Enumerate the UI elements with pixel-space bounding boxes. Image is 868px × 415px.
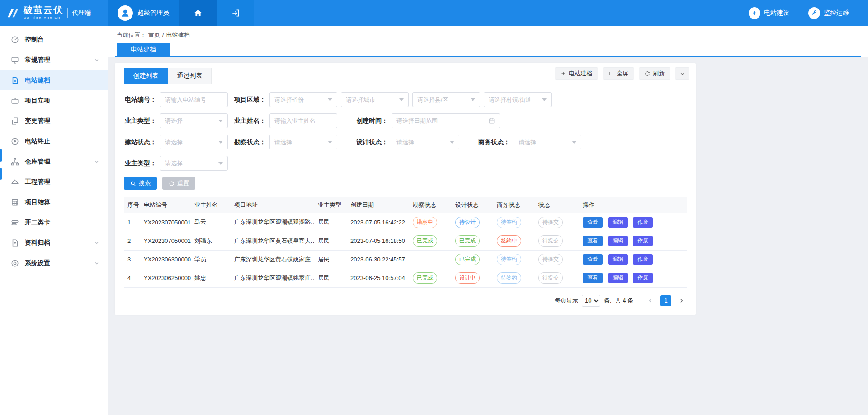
col-actions: 操作 [579,197,687,213]
survey-status-badge: 勘察中 [413,217,437,228]
col-status: 状态 [535,197,579,213]
sidebar-item-console[interactable]: 控制台 [0,29,108,50]
user-menu[interactable]: 超级管理员 [108,0,179,26]
col-owner-type: 业主类型 [314,197,347,213]
page-tab[interactable]: 电站建档 [117,43,170,56]
per-page-select[interactable]: 10 [582,295,600,307]
chevron-down-icon [471,98,475,101]
reset-icon [169,181,175,187]
sidebar: 控制台 常规管理 电站建档 项目立项 变更管理 电站终止 仓库管理 工程管理 项… [0,26,108,415]
create-station-button[interactable]: 电站建档 [555,67,598,80]
top-link-station-construction[interactable]: 电站建设 [749,0,789,26]
chevron-down-icon [94,240,99,246]
design-status-select[interactable]: 请选择 [392,135,459,149]
filter-panel: 电站编号： 项目区域： 请选择省份 请选择城市 请选择县/区 请选择村镇/街道 … [115,84,696,171]
view-button[interactable]: 查看 [583,254,603,265]
chevron-down-icon [218,141,223,144]
sidebar-item-system-settings[interactable]: 系统设置 [0,253,108,273]
business-status-select[interactable]: 请选择 [514,135,581,149]
lightning-icon [749,7,760,19]
logo-icon [5,7,20,19]
stations-table: 序号 电站编号 业主姓名 项目地址 业主类型 创建日期 勘察状态 设计状态 商务… [115,190,696,288]
city-select[interactable]: 请选择城市 [341,92,409,107]
design-status-badge: 待设计 [455,217,480,228]
refresh-button[interactable]: 刷新 [639,67,670,80]
settings-icon [11,259,19,267]
province-select[interactable]: 请选择省份 [269,92,337,107]
briefcase-icon [11,97,19,105]
survey-status-select[interactable]: 请选择 [269,135,337,149]
pagination: 每页显示 10 条, 共 4 条 1 [115,288,696,307]
sidebar-scrollbar[interactable] [0,149,2,162]
sidebar-item-data-archive[interactable]: 资料归档 [0,233,108,253]
county-select[interactable]: 请选择县/区 [412,92,480,107]
sidebar-item-project-initiation[interactable]: 项目立项 [0,90,108,111]
chevron-down-icon [679,71,685,77]
edit-button[interactable]: 编辑 [608,254,628,265]
business-status-badge: 待签约 [497,272,521,284]
status-badge: 待提交 [538,272,563,284]
breadcrumb-home[interactable]: 首页 [148,31,160,39]
status-badge: 待提交 [538,235,563,247]
user-name: 超级管理员 [137,9,169,17]
logo: 破茧云伏 Po Jian Yun Fu 代理端 [0,0,108,26]
business-status-badge: 待签约 [497,254,521,265]
owner-type2-select[interactable]: 请选择 [160,156,228,171]
table-row: 3 YX2023063000009 学员 广东深圳龙华区黄石镇姚家庄… 居民 2… [124,250,687,269]
logout-button[interactable] [217,0,254,26]
sidebar-item-warehouse-mgmt[interactable]: 仓库管理 [0,151,108,172]
page-number[interactable]: 1 [660,295,671,306]
view-button[interactable]: 查看 [583,273,603,283]
search-button[interactable]: 搜索 [124,177,157,190]
sidebar-item-station-termination[interactable]: 电站终止 [0,131,108,151]
date-range-input[interactable]: 请选择日期范围 [392,113,500,128]
business-status-label: 商务状态： [477,138,510,146]
tab-create-list[interactable]: 创建列表 [124,68,168,84]
void-button[interactable]: 作废 [633,273,653,283]
sidebar-item-general-mgmt[interactable]: 常规管理 [0,50,108,70]
card-icon [11,219,19,227]
copy-icon [11,117,19,125]
void-button[interactable]: 作废 [633,236,653,246]
station-no-input[interactable] [160,92,228,107]
col-address: 项目地址 [231,197,314,213]
design-status-label: 设计状态： [355,138,388,146]
breadcrumb-prefix: 当前位置： [117,31,146,39]
logo-title: 破茧云伏 [24,5,63,14]
edit-button[interactable]: 编辑 [608,273,628,283]
owner-type-select[interactable]: 请选择 [160,113,228,128]
breadcrumb: 当前位置： 首页 / 电站建档 [108,26,868,43]
sidebar-item-engineering-mgmt[interactable]: 工程管理 [0,172,108,192]
void-button[interactable]: 作废 [633,217,653,228]
town-select[interactable]: 请选择村镇/街道 [484,92,552,107]
chevron-down-icon [572,141,576,144]
chevron-down-icon [542,98,547,101]
logo-divider [67,8,68,18]
sidebar-item-type2-card[interactable]: 开二类卡 [0,212,108,233]
file-icon [11,76,19,84]
chevron-down-icon [328,98,332,101]
edit-button[interactable]: 编辑 [608,236,628,246]
void-button[interactable]: 作废 [633,254,653,265]
view-button[interactable]: 查看 [583,217,603,228]
collapse-toolbar-button[interactable] [675,67,689,80]
tab-pass-list[interactable]: 通过列表 [168,68,212,84]
next-page-button[interactable] [676,295,687,306]
top-link-monitor-ops[interactable]: 监控运维 [808,0,849,26]
breadcrumb-strip: 当前位置： 首页 / 电站建档 电站建档 [108,26,868,57]
edit-button[interactable]: 编辑 [608,217,628,228]
sidebar-item-project-settlement[interactable]: 项目结算 [0,192,108,212]
fullscreen-button[interactable]: 全屏 [603,67,634,80]
wrench-icon [808,7,820,19]
sidebar-scrollbar[interactable] [0,168,2,180]
dashboard-icon [11,36,19,44]
sidebar-item-change-mgmt[interactable]: 变更管理 [0,111,108,131]
view-button[interactable]: 查看 [583,236,603,246]
build-status-select[interactable]: 请选择 [160,135,228,149]
sidebar-item-station-archive[interactable]: 电站建档 [0,70,108,90]
home-button[interactable] [179,0,217,26]
reset-button[interactable]: 重置 [162,177,195,190]
owner-name-input[interactable] [269,113,337,128]
total-count: 共 4 条 [615,297,633,305]
prev-page-button[interactable] [645,295,656,306]
